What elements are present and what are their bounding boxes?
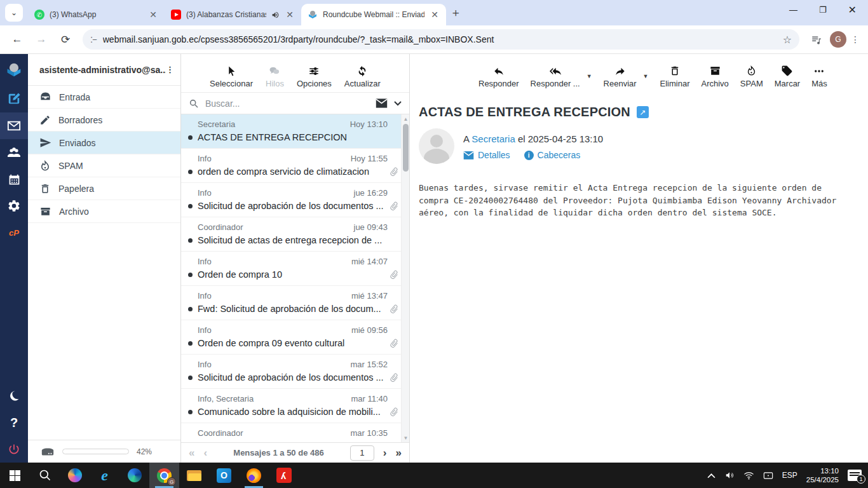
delete-button[interactable]: Eliminar bbox=[660, 65, 690, 88]
message-row[interactable]: Infomié 09:56 Orden de compra 09 evento … bbox=[181, 320, 409, 355]
forward-button[interactable]: Reenviar bbox=[604, 65, 637, 88]
folder-label: SPAM bbox=[58, 161, 83, 171]
new-tab-button[interactable]: ＋ bbox=[450, 5, 461, 20]
forward-icon[interactable]: → bbox=[31, 29, 52, 50]
dark-mode-icon[interactable] bbox=[0, 383, 28, 409]
search-input[interactable]: Buscar... bbox=[205, 98, 369, 109]
close-window-icon[interactable]: ✕ bbox=[848, 4, 857, 16]
edge-button[interactable] bbox=[119, 463, 149, 488]
volume-icon[interactable] bbox=[724, 471, 735, 480]
row-date: jue 16:29 bbox=[354, 188, 388, 198]
url-bar[interactable]: ⁚− webmail.sanjuan.gob.ec/cpsess38565652… bbox=[83, 29, 799, 50]
language-indicator[interactable]: ESP bbox=[782, 471, 797, 480]
folder-borradores[interactable]: Borradores bbox=[28, 109, 180, 132]
select-button[interactable]: Seleccionar bbox=[210, 65, 253, 88]
page-number-input[interactable] bbox=[350, 445, 374, 461]
clock[interactable]: 13:10 25/4/2025 bbox=[806, 466, 839, 484]
mail-nav-button[interactable] bbox=[0, 112, 28, 139]
headers-link[interactable]: i Cabeceras bbox=[524, 150, 581, 160]
cast-icon[interactable] bbox=[763, 471, 773, 480]
copilot-button[interactable] bbox=[60, 463, 90, 488]
open-in-new-window-icon[interactable]: ↗ bbox=[637, 106, 649, 118]
prev-page-icon[interactable]: ‹ bbox=[203, 447, 207, 459]
search-scope-mail-icon[interactable] bbox=[376, 98, 388, 108]
message-row[interactable]: InfoHoy 11:55 orden de compra servicio d… bbox=[181, 149, 409, 183]
message-row[interactable]: Coordinadorjue 09:43 Solicitud de actas … bbox=[181, 217, 409, 252]
options-button[interactable]: Opciones bbox=[297, 65, 332, 88]
tab-roundcube[interactable]: Roundcube Webmail :: Enviados ✕ bbox=[301, 4, 446, 25]
settings-nav-button[interactable] bbox=[0, 193, 28, 219]
minimize-icon[interactable]: — bbox=[789, 5, 797, 15]
scrollbar-thumb[interactable] bbox=[403, 124, 409, 172]
roundcube-logo[interactable] bbox=[0, 54, 28, 86]
taskbar-search-button[interactable] bbox=[30, 463, 60, 488]
message-row[interactable]: Coordinadormar 10:35 bbox=[181, 423, 409, 442]
message-row[interactable]: SecretariaHoy 13:10 ACTAS DE ENTREGA REC… bbox=[181, 114, 409, 149]
reply-button[interactable]: Responder bbox=[478, 65, 519, 88]
message-row[interactable]: Infomar 15:52 Solicitud de aprobación de… bbox=[181, 355, 409, 389]
tab-search-button[interactable]: ⌄ bbox=[5, 4, 23, 22]
restore-icon[interactable]: ❐ bbox=[819, 5, 827, 15]
compose-button[interactable] bbox=[0, 86, 28, 112]
refresh-button[interactable]: Actualizar bbox=[344, 65, 381, 88]
notification-center-button[interactable]: 1 bbox=[848, 470, 862, 481]
spam-button[interactable]: SPAM bbox=[740, 65, 763, 88]
browser-menu-icon[interactable]: ⋮ bbox=[849, 34, 862, 44]
threads-button[interactable]: Hilos bbox=[266, 65, 284, 88]
reply-all-button[interactable]: Responder ... bbox=[531, 65, 580, 88]
wifi-icon[interactable] bbox=[743, 471, 754, 480]
folder-papelera[interactable]: Papelera bbox=[28, 177, 180, 200]
contacts-nav-button[interactable] bbox=[0, 139, 28, 166]
cpanel-logo[interactable]: cP bbox=[0, 219, 28, 246]
folder-entrada[interactable]: Entrada bbox=[28, 86, 180, 109]
logout-icon[interactable] bbox=[0, 436, 28, 463]
site-settings-icon[interactable]: ⁚− bbox=[90, 35, 97, 44]
scroll-down-icon[interactable]: ▼ bbox=[402, 433, 409, 442]
details-link[interactable]: Detalles bbox=[463, 150, 510, 160]
calendar-nav-button[interactable] bbox=[0, 166, 28, 193]
first-page-icon[interactable]: « bbox=[189, 447, 194, 459]
close-tab-icon[interactable]: ✕ bbox=[285, 10, 295, 20]
folder-spam[interactable]: SPAM bbox=[28, 154, 180, 177]
message-row[interactable]: Infomié 14:07 Orden de compra 10 bbox=[181, 252, 409, 286]
search-options-chevron-icon[interactable] bbox=[394, 101, 402, 106]
reply-all-dropdown-icon[interactable]: ▼ bbox=[587, 73, 592, 79]
folder-label: Borradores bbox=[58, 115, 102, 125]
start-button[interactable] bbox=[0, 463, 30, 488]
account-menu-icon[interactable]: ⋮ bbox=[166, 65, 174, 74]
acrobat-button[interactable]: λ bbox=[269, 463, 299, 488]
help-icon[interactable]: ? bbox=[0, 409, 28, 436]
close-tab-icon[interactable]: ✕ bbox=[148, 10, 158, 20]
message-list-scrollbar[interactable]: ▲ ▼ bbox=[401, 114, 409, 442]
tab-audio-icon[interactable] bbox=[271, 11, 280, 19]
next-page-icon[interactable]: › bbox=[383, 447, 387, 459]
message-row[interactable]: Infomié 13:47 Fwd: Solicitud de aprobaci… bbox=[181, 286, 409, 320]
tab-title: Roundcube Webmail :: Enviados bbox=[323, 10, 424, 19]
outlook-button[interactable]: O bbox=[209, 463, 239, 488]
scroll-up-icon[interactable]: ▲ bbox=[402, 114, 409, 123]
close-tab-icon[interactable]: ✕ bbox=[430, 10, 440, 20]
chrome-button[interactable]: G bbox=[149, 463, 179, 488]
message-row[interactable]: Info, Secretariamar 11:40 Comunicado sob… bbox=[181, 389, 409, 423]
tab-whatsapp[interactable]: ✆ (3) WhatsApp ✕ bbox=[28, 4, 165, 25]
reload-icon[interactable]: ⟳ bbox=[55, 29, 76, 50]
folder-enviados[interactable]: Enviados bbox=[28, 132, 180, 154]
last-page-icon[interactable]: » bbox=[396, 447, 402, 459]
file-explorer-button[interactable] bbox=[179, 463, 209, 488]
profile-avatar[interactable]: G bbox=[830, 31, 846, 48]
recipient-link[interactable]: Secretaria bbox=[471, 133, 515, 144]
tab-youtube[interactable]: (3) Alabanzas Cristianas 202 ✕ bbox=[165, 4, 301, 25]
bookmark-star-icon[interactable]: ☆ bbox=[783, 34, 792, 46]
internet-explorer-button[interactable]: e bbox=[90, 463, 119, 488]
archive-button[interactable]: Archivo bbox=[702, 65, 729, 88]
firefox-button[interactable] bbox=[239, 463, 269, 488]
more-button[interactable]: Más bbox=[811, 65, 827, 88]
forward-dropdown-icon[interactable]: ▼ bbox=[643, 73, 649, 79]
back-icon[interactable]: ← bbox=[6, 29, 28, 50]
message-row[interactable]: Infojue 16:29 Solicitud de aprobación de… bbox=[181, 183, 409, 217]
mark-button[interactable]: Marcar bbox=[775, 65, 800, 88]
search-bar[interactable]: Buscar... bbox=[181, 92, 409, 114]
media-panel-icon[interactable] bbox=[806, 29, 827, 50]
tray-expand-icon[interactable] bbox=[707, 473, 715, 478]
folder-archivo[interactable]: Archivo bbox=[28, 200, 180, 223]
